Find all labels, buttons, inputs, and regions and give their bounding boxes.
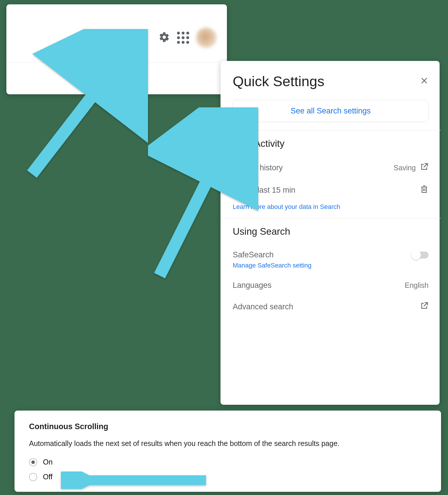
quick-settings-title: Quick Settings bbox=[233, 73, 324, 89]
safesearch-label: SafeSearch bbox=[233, 250, 274, 259]
delete-last-15-row[interactable]: Delete last 15 min bbox=[233, 179, 429, 201]
your-activity-heading: Your Activity bbox=[233, 138, 429, 149]
toggle-knob bbox=[411, 250, 421, 260]
delete-last-15-label: Delete last 15 min bbox=[233, 186, 295, 195]
top-toolbar bbox=[6, 4, 227, 63]
languages-row[interactable]: Languages English bbox=[233, 275, 429, 296]
toolbar-panel bbox=[6, 4, 227, 94]
search-history-status: Saving bbox=[394, 164, 416, 172]
radio-off-label: Off bbox=[43, 473, 53, 481]
using-search-heading: Using Search bbox=[233, 226, 429, 237]
divider bbox=[221, 218, 441, 218]
see-all-settings-button[interactable]: See all Search settings bbox=[233, 100, 429, 122]
languages-value: English bbox=[405, 281, 429, 290]
external-link-icon bbox=[420, 301, 429, 312]
search-history-row[interactable]: Search history Saving bbox=[233, 157, 429, 179]
radio-off-row[interactable]: Off bbox=[29, 473, 427, 481]
close-icon[interactable] bbox=[420, 76, 429, 86]
radio-off[interactable] bbox=[29, 473, 37, 481]
continuous-scrolling-title: Continuous Scrolling bbox=[29, 422, 427, 431]
radio-on-label: On bbox=[43, 458, 53, 466]
safesearch-row: SafeSearch bbox=[233, 245, 429, 261]
avatar[interactable] bbox=[196, 28, 216, 48]
advanced-search-label: Advanced search bbox=[233, 302, 293, 311]
safesearch-toggle[interactable] bbox=[412, 252, 429, 259]
gear-icon[interactable] bbox=[158, 31, 170, 44]
radio-on[interactable] bbox=[29, 458, 37, 466]
divider bbox=[221, 130, 441, 131]
radio-on-row[interactable]: On bbox=[29, 458, 427, 466]
apps-icon[interactable] bbox=[177, 32, 189, 44]
continuous-scrolling-panel: Continuous Scrolling Automatically loads… bbox=[15, 411, 441, 492]
continuous-scrolling-description: Automatically loads the next set of resu… bbox=[29, 439, 427, 448]
languages-label: Languages bbox=[233, 281, 272, 290]
external-link-icon bbox=[420, 162, 429, 173]
manage-safesearch-link[interactable]: Manage SafeSearch setting bbox=[233, 262, 429, 269]
advanced-search-row[interactable]: Advanced search bbox=[233, 296, 429, 318]
learn-more-link[interactable]: Learn more about your data in Search bbox=[233, 203, 429, 211]
trash-icon bbox=[420, 185, 429, 196]
quick-settings-panel: Quick Settings See all Search settings Y… bbox=[221, 61, 440, 405]
search-history-label: Search history bbox=[233, 163, 283, 172]
